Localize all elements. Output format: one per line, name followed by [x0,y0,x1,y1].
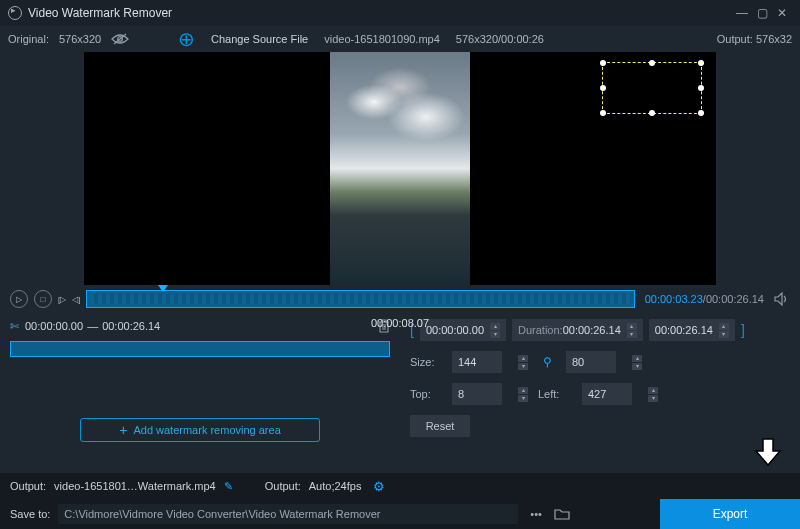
segment-end: 00:00:26.14 [102,320,160,332]
resize-handle[interactable] [649,60,655,66]
time-range-control: [ 00:00:00.00▴▾ Duration:00:00:26.14▴▾ 0… [410,319,790,341]
spinner-up[interactable]: ▴ [518,387,528,394]
add-source-icon[interactable]: ⊕ [178,29,195,49]
close-button[interactable]: ✕ [772,6,792,20]
output-format-label: Output: [265,480,301,492]
stop-button[interactable]: □ [34,290,52,308]
left-label: Left: [538,388,572,400]
output-filename: video-1651801…Watermark.mp4 [54,480,216,492]
video-preview[interactable] [84,52,716,285]
duration-input[interactable]: Duration:00:00:26.14▴▾ [512,319,643,341]
resize-handle[interactable] [600,60,606,66]
resize-handle[interactable] [649,110,655,116]
source-bar: Original: 576x320 ⊕ Change Source File v… [0,26,800,52]
next-frame-button[interactable]: ◁] [72,290,80,308]
browse-button[interactable]: ••• [526,508,546,520]
link-aspect-icon[interactable]: ⚲ [538,353,556,371]
segment-start: 00:00:00.00 [25,320,83,332]
height-input[interactable]: 80 [566,351,616,373]
playback-bar: ▷ □ [▷ ◁] 00:00:03.23/00:00:26.14 [0,285,800,313]
spinner-up[interactable]: ▴ [632,355,642,362]
output-dimensions: 576x32 [756,33,792,45]
end-time-input[interactable]: 00:00:26.14▴▾ [649,319,735,341]
window-title: Video Watermark Remover [28,6,732,20]
resize-handle[interactable] [698,85,704,91]
spinner-down[interactable]: ▾ [632,363,642,370]
add-watermark-area-button[interactable]: + Add watermark removing area [80,418,320,442]
spinner-up[interactable]: ▴ [490,323,500,330]
spinner-down[interactable]: ▾ [518,363,528,370]
maximize-button[interactable]: ▢ [752,6,772,20]
spinner-down[interactable]: ▾ [490,331,500,338]
output-bar: Output: video-1651801…Watermark.mp4 ✎ Ou… [0,473,800,499]
segments-panel: ✄ 00:00:00.00 — 00:00:26.14 + Add waterm… [0,313,400,450]
reset-button[interactable]: Reset [410,415,470,437]
video-frame [330,52,470,285]
save-bar: Save to: C:\Vidmore\Vidmore Video Conver… [0,499,800,529]
export-button[interactable]: Export [660,499,800,529]
bracket-right-icon[interactable]: ] [741,322,745,338]
play-button[interactable]: ▷ [10,290,28,308]
spinner-up[interactable]: ▴ [719,323,729,330]
spinner-up[interactable]: ▴ [627,323,637,330]
resize-handle[interactable] [698,110,704,116]
source-filename: video-1651801090.mp4 [324,33,440,45]
start-time-input[interactable]: 00:00:00.00▴▾ [420,319,506,341]
resize-handle[interactable] [600,110,606,116]
resize-handle[interactable] [698,60,704,66]
spinner-down[interactable]: ▾ [518,395,528,402]
plus-icon: + [119,422,127,438]
prev-frame-button[interactable]: [▷ [58,290,66,308]
compare-toggle-icon[interactable] [111,33,129,45]
change-source-link[interactable]: Change Source File [211,33,308,45]
video-content [335,62,465,162]
app-logo-icon [8,6,22,20]
output-file-label: Output: [10,480,46,492]
top-input[interactable]: 8 [452,383,502,405]
title-bar: Video Watermark Remover — ▢ ✕ [0,0,800,26]
edit-output-name-icon[interactable]: ✎ [224,480,233,493]
position-row: Top: 8 ▴▾ Left: 427 ▴▾ [410,383,790,405]
download-arrow-icon [754,437,782,467]
original-dimensions: 576x320 [59,33,101,45]
size-label: Size: [410,356,442,368]
spinner-down[interactable]: ▾ [627,331,637,338]
size-row: Size: 144 ▴▾ ⚲ 80 ▴▾ [410,351,790,373]
left-input[interactable]: 427 [582,383,632,405]
source-dimension-duration: 576x320/00:00:26 [456,33,544,45]
output-settings-icon[interactable]: ⚙ [373,479,385,494]
output-format-value: Auto;24fps [309,480,362,492]
timeline-scrubber[interactable] [86,290,634,308]
watermark-selection-box[interactable] [602,62,702,114]
spinner-down[interactable]: ▾ [719,331,729,338]
spinner-up[interactable]: ▴ [648,387,658,394]
save-to-label: Save to: [10,508,50,520]
properties-panel: [ 00:00:00.00▴▾ Duration:00:00:26.14▴▾ 0… [400,313,800,450]
current-time: 00:00:03.23 [645,293,703,305]
scrubber-handle[interactable] [158,285,168,292]
add-area-label: Add watermark removing area [133,424,280,436]
save-path-display[interactable]: C:\Vidmore\Vidmore Video Converter\Video… [58,504,518,524]
editor-panels: ✄ 00:00:00.00 — 00:00:26.14 + Add waterm… [0,313,800,450]
playback-time: 00:00:03.23/00:00:26.14 [645,293,764,305]
width-input[interactable]: 144 [452,351,502,373]
original-label: Original: [8,33,49,45]
spinner-down[interactable]: ▾ [648,395,658,402]
segment-timeline[interactable] [10,341,390,357]
volume-button[interactable] [774,292,790,306]
total-time: 00:00:26.14 [706,293,764,305]
top-label: Top: [410,388,442,400]
open-folder-icon[interactable] [554,508,570,520]
resize-handle[interactable] [600,85,606,91]
output-label: Output: [717,33,753,45]
segment-separator: — [87,320,98,332]
frame-timestamp: 00:00:08.07 [371,317,429,329]
scissors-icon: ✄ [10,320,19,333]
spinner-up[interactable]: ▴ [518,355,528,362]
minimize-button[interactable]: — [732,6,752,20]
segment-range: ✄ 00:00:00.00 — 00:00:26.14 [10,319,390,333]
